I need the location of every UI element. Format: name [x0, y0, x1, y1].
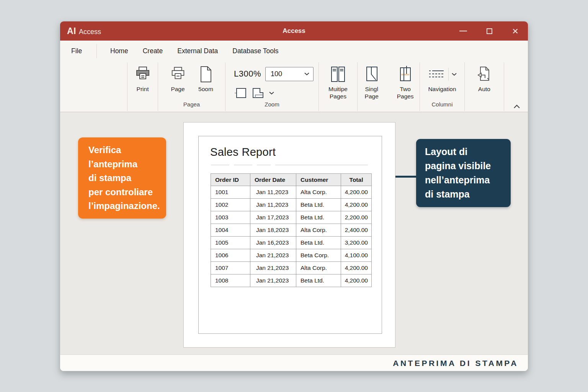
ribbon: Print Page	[60, 62, 528, 112]
columns-group: Navigation Columni	[420, 62, 464, 112]
table-cell: Alta Corp.	[296, 186, 341, 199]
table-cell: 4,100.00	[341, 249, 372, 262]
sales-report-table: Order ID Order Date Customer Total 1001J…	[211, 173, 372, 287]
zoom-group-label: Zoom	[225, 101, 318, 112]
auto-label: Auto	[478, 85, 490, 93]
tab-create[interactable]: Create	[136, 47, 170, 55]
chevron-up-icon	[513, 105, 520, 109]
page-group-label: Pagea	[158, 101, 225, 112]
columns-group-label: Columni	[420, 101, 464, 112]
callout-line: nell’anteprima	[425, 173, 511, 187]
print-button[interactable]: Print	[132, 64, 154, 93]
zoom-group: L300% 100	[225, 62, 318, 112]
page-view-group-label	[358, 101, 420, 112]
table-cell: 2,400.00	[341, 224, 372, 237]
column-header-total: Total	[341, 174, 372, 186]
maximize-icon	[487, 28, 492, 34]
table-cell: 1007	[211, 262, 250, 274]
table-cell: 4,200.00	[341, 186, 372, 199]
multiple-pages-button[interactable]: Muitipe Pages	[321, 64, 355, 101]
ribbon-tab-row: File Home Create External Data Database …	[60, 41, 528, 62]
multiple-pages-group-label	[319, 101, 357, 112]
report-page[interactable]: Sales Report Order ID Order Date Custome…	[198, 136, 382, 334]
page-label: Page	[171, 85, 185, 93]
table-cell: Beta Corp.	[296, 249, 341, 262]
table-row: 1002Jan 11,2023Beta Ltd.4,200.00	[211, 199, 372, 211]
table-cell: 1005	[211, 237, 250, 249]
status-bar: ANTEPRIMA DI STAMPA	[60, 354, 528, 371]
tab-divider	[96, 44, 97, 58]
table-cell: Alta Corp.	[296, 262, 341, 274]
table-cell: Jan 11,2023	[250, 199, 296, 211]
two-pages-button[interactable]: Two Pages	[391, 64, 420, 101]
zoom-percent-label: L300%	[234, 69, 261, 79]
logo-access-text: Access	[79, 28, 101, 36]
table-row: 1005Jan 16,2023Beta Ltd.3,200.00	[211, 237, 372, 249]
report-table-body: 1001Jan 11,2023Alta Corp.4,200.001002Jan…	[211, 186, 372, 287]
title-divider	[211, 165, 382, 165]
callout-line: Verifica	[88, 143, 166, 157]
zoom-level-value: 100	[271, 70, 304, 78]
table-row: 1003Jan 17,2023Beta Ltd.2,200.00	[211, 211, 372, 224]
print-group: Print	[127, 62, 158, 112]
two-pages-label: Two Pages	[393, 85, 417, 100]
tab-home[interactable]: Home	[103, 47, 136, 55]
table-cell: Beta Ltd.	[296, 274, 341, 287]
ribbon-separator	[504, 62, 504, 111]
table-cell: Beta Ltd.	[296, 211, 341, 224]
single-page-label: Singl Page	[360, 85, 383, 100]
titlebar: AI Access Access ✕	[60, 21, 528, 41]
table-cell: Jan 21,2023	[250, 274, 296, 287]
table-cell: Alta Corp.	[296, 224, 341, 237]
chevron-down-icon[interactable]	[269, 91, 274, 95]
maximize-button[interactable]	[485, 27, 493, 35]
auto-button[interactable]: Auto	[474, 64, 495, 93]
table-cell: Jan 21,2023	[250, 262, 296, 274]
multiple-pages-group: Muitipe Pages	[319, 62, 357, 112]
fit-page-icon[interactable]	[234, 87, 247, 99]
close-button[interactable]: ✕	[511, 27, 519, 35]
single-page-button[interactable]: Singl Page	[358, 64, 385, 101]
navigation-button[interactable]: Navigation	[425, 64, 459, 93]
table-cell: 1008	[211, 274, 250, 287]
table-row: 1007Jan 21,2023Alta Corp.4,200.00	[211, 262, 372, 274]
tab-file[interactable]: File	[71, 47, 96, 55]
callout-line: di stampa	[425, 187, 511, 201]
print-preview-area: Verifica l’anteprima di stampa per contr…	[60, 112, 528, 354]
printer-icon	[134, 65, 152, 83]
callout-line: per controliare	[88, 185, 166, 199]
tab-database-tools[interactable]: Database Tools	[225, 47, 286, 55]
collapse-ribbon-button[interactable]	[513, 105, 520, 109]
multiple-pages-icon	[330, 65, 346, 83]
table-cell: 1004	[211, 224, 250, 237]
status-bar-label: ANTEPRIMA DI STAMPA	[393, 359, 518, 368]
table-cell: 3,200.00	[341, 237, 372, 249]
table-row: 1004Jan 18,2023Alta Corp.2,400.00	[211, 224, 372, 237]
table-cell: Beta Ltd.	[296, 237, 341, 249]
table-cell: Beta Ltd.	[296, 199, 341, 211]
print-label: Print	[137, 85, 149, 93]
table-cell: 4,200.00	[341, 262, 372, 274]
ribbon-left-spacer	[60, 62, 127, 112]
auto-group: Auto	[465, 62, 504, 112]
tab-external-data[interactable]: External Data	[170, 47, 225, 55]
table-cell: Jan 11,2023	[250, 186, 296, 199]
document-icon	[198, 65, 214, 83]
multiple-pages-label: Muitipe Pages	[323, 85, 353, 100]
margins-icon[interactable]	[252, 87, 265, 99]
table-cell: 4,200.00	[341, 199, 372, 211]
print-group-label	[127, 101, 158, 112]
minimize-button[interactable]	[459, 27, 467, 35]
column-header-order-id: Order ID	[211, 174, 250, 186]
table-cell: Jan 21,2023	[250, 249, 296, 262]
chevron-down-icon[interactable]	[452, 73, 457, 76]
page-setup-group: Page 5oom Pagea	[158, 62, 225, 112]
table-cell: 4,200.00	[341, 274, 372, 287]
zoom-doc-button[interactable]: 5oom	[196, 64, 216, 93]
auto-group-label	[465, 101, 504, 112]
window-title: Access	[283, 27, 305, 35]
page-button[interactable]: Page	[167, 64, 189, 93]
zoom-level-select[interactable]: 100	[265, 67, 314, 81]
single-page-icon	[364, 65, 379, 83]
callout-line: di stampa	[88, 171, 166, 185]
